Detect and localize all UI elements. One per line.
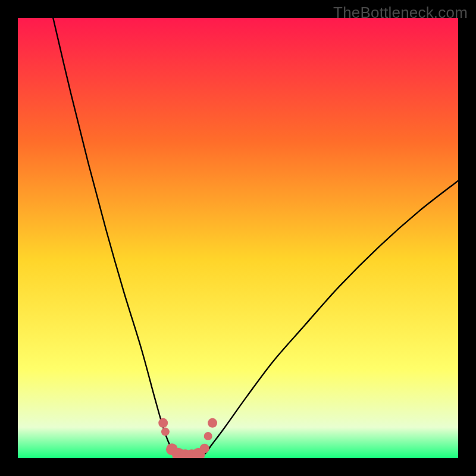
- bottleneck-plot: [18, 18, 458, 458]
- gradient-background: [18, 18, 458, 458]
- valley-marker: [158, 418, 168, 428]
- valley-marker: [200, 444, 209, 453]
- plot-svg: [18, 18, 458, 458]
- valley-marker: [204, 432, 212, 440]
- valley-marker: [208, 418, 217, 428]
- chart-frame: { "watermark": "TheBottleneck.com", "col…: [0, 0, 476, 476]
- valley-marker: [161, 428, 170, 436]
